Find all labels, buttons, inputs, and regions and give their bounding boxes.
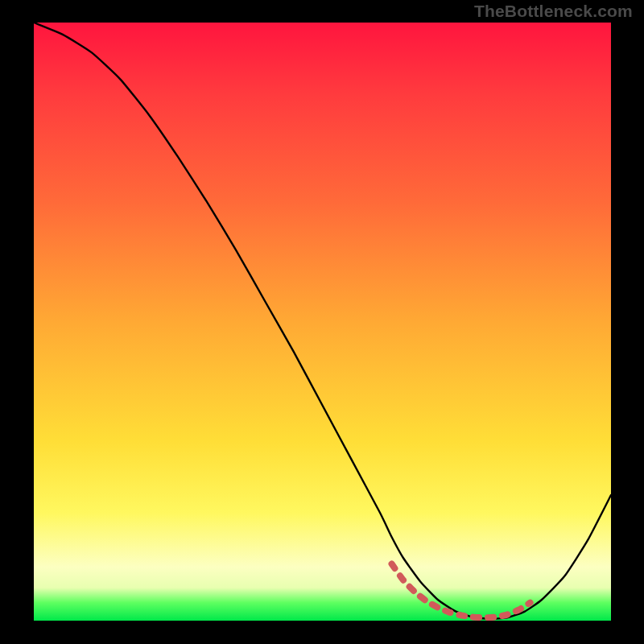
bottleneck-curve-line (34, 23, 611, 619)
chart-frame: TheBottleneck.com (0, 0, 644, 644)
plot-area (34, 23, 611, 621)
chart-svg (34, 23, 611, 621)
watermark-text: TheBottleneck.com (474, 2, 633, 21)
